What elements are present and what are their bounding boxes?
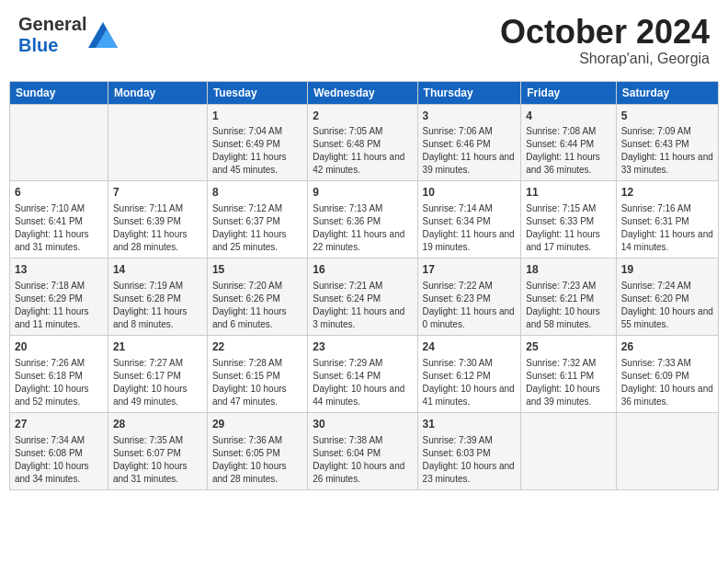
logo-wordmark: General Blue (18, 14, 86, 56)
day-number: 14 (113, 262, 202, 278)
calendar-cell: 7Sunrise: 7:11 AM Sunset: 6:39 PM Daylig… (108, 181, 207, 259)
calendar-cell: 14Sunrise: 7:19 AM Sunset: 6:28 PM Dayli… (108, 259, 207, 336)
day-number: 1 (212, 109, 302, 124)
day-number: 4 (526, 109, 610, 124)
logo-general-text: General (18, 14, 86, 34)
day-info: Sunrise: 7:05 AM Sunset: 6:48 PM Dayligh… (313, 125, 412, 177)
day-number: 13 (15, 262, 103, 278)
calendar-cell: 6Sunrise: 7:10 AM Sunset: 6:41 PM Daylig… (10, 181, 108, 259)
day-number: 29 (212, 417, 302, 432)
title-block: October 2024 Shorap'ani, Georgia (500, 14, 710, 67)
calendar-cell: 12Sunrise: 7:16 AM Sunset: 6:31 PM Dayli… (616, 181, 718, 259)
day-number: 23 (313, 339, 412, 355)
calendar-cell: 25Sunrise: 7:32 AM Sunset: 6:11 PM Dayli… (521, 335, 616, 412)
calendar-cell: 23Sunrise: 7:29 AM Sunset: 6:14 PM Dayli… (308, 335, 417, 412)
day-number: 8 (212, 185, 302, 201)
day-info: Sunrise: 7:30 AM Sunset: 6:12 PM Dayligh… (423, 357, 517, 408)
day-info: Sunrise: 7:28 AM Sunset: 6:15 PM Dayligh… (212, 357, 302, 408)
day-number: 15 (212, 262, 302, 278)
calendar-cell: 4Sunrise: 7:08 AM Sunset: 6:44 PM Daylig… (521, 104, 616, 181)
day-number: 31 (423, 417, 517, 432)
day-info: Sunrise: 7:22 AM Sunset: 6:23 PM Dayligh… (423, 280, 517, 331)
day-number: 17 (423, 262, 517, 278)
day-info: Sunrise: 7:33 AM Sunset: 6:09 PM Dayligh… (621, 357, 713, 408)
calendar-cell: 5Sunrise: 7:09 AM Sunset: 6:43 PM Daylig… (616, 104, 718, 181)
calendar-week-row: 27Sunrise: 7:34 AM Sunset: 6:08 PM Dayli… (10, 412, 719, 489)
day-info: Sunrise: 7:16 AM Sunset: 6:31 PM Dayligh… (621, 202, 713, 254)
day-number: 22 (212, 339, 302, 355)
weekday-header-friday: Friday (521, 81, 616, 104)
day-info: Sunrise: 7:27 AM Sunset: 6:17 PM Dayligh… (113, 357, 202, 408)
calendar-header: SundayMondayTuesdayWednesdayThursdayFrid… (10, 81, 719, 104)
calendar-cell: 17Sunrise: 7:22 AM Sunset: 6:23 PM Dayli… (417, 259, 521, 336)
calendar-week-row: 1Sunrise: 7:04 AM Sunset: 6:49 PM Daylig… (10, 104, 719, 181)
calendar-cell: 31Sunrise: 7:39 AM Sunset: 6:03 PM Dayli… (417, 412, 521, 489)
calendar-cell: 24Sunrise: 7:30 AM Sunset: 6:12 PM Dayli… (417, 335, 521, 412)
day-info: Sunrise: 7:18 AM Sunset: 6:29 PM Dayligh… (15, 280, 103, 331)
calendar-cell: 22Sunrise: 7:28 AM Sunset: 6:15 PM Dayli… (207, 335, 307, 412)
calendar-cell: 9Sunrise: 7:13 AM Sunset: 6:36 PM Daylig… (308, 181, 417, 259)
day-number: 20 (15, 339, 103, 355)
day-number: 16 (313, 262, 412, 278)
day-number: 3 (423, 109, 517, 124)
calendar-cell: 16Sunrise: 7:21 AM Sunset: 6:24 PM Dayli… (308, 259, 417, 336)
day-info: Sunrise: 7:15 AM Sunset: 6:33 PM Dayligh… (526, 202, 610, 254)
day-info: Sunrise: 7:23 AM Sunset: 6:21 PM Dayligh… (526, 280, 610, 331)
day-info: Sunrise: 7:32 AM Sunset: 6:11 PM Dayligh… (526, 357, 610, 408)
day-number: 28 (113, 417, 202, 432)
calendar-body: 1Sunrise: 7:04 AM Sunset: 6:49 PM Daylig… (10, 104, 719, 489)
calendar-cell (10, 104, 108, 181)
day-number: 2 (313, 109, 412, 124)
day-info: Sunrise: 7:12 AM Sunset: 6:37 PM Dayligh… (212, 202, 302, 254)
day-number: 30 (313, 417, 412, 432)
day-number: 5 (621, 109, 713, 124)
day-number: 21 (113, 339, 202, 355)
calendar-week-row: 13Sunrise: 7:18 AM Sunset: 6:29 PM Dayli… (10, 259, 719, 336)
location-title: Shorap'ani, Georgia (500, 51, 710, 67)
calendar-cell: 27Sunrise: 7:34 AM Sunset: 6:08 PM Dayli… (10, 412, 108, 489)
calendar-cell (616, 412, 718, 489)
day-number: 6 (15, 185, 103, 201)
calendar-cell (108, 104, 207, 181)
calendar-cell: 28Sunrise: 7:35 AM Sunset: 6:07 PM Dayli… (108, 412, 207, 489)
calendar-cell: 15Sunrise: 7:20 AM Sunset: 6:26 PM Dayli… (207, 259, 307, 336)
day-info: Sunrise: 7:13 AM Sunset: 6:36 PM Dayligh… (313, 202, 412, 254)
calendar-cell: 1Sunrise: 7:04 AM Sunset: 6:49 PM Daylig… (207, 104, 307, 181)
calendar-cell: 21Sunrise: 7:27 AM Sunset: 6:17 PM Dayli… (108, 335, 207, 412)
calendar-week-row: 6Sunrise: 7:10 AM Sunset: 6:41 PM Daylig… (10, 181, 719, 259)
day-number: 12 (621, 185, 713, 201)
day-number: 10 (423, 185, 517, 201)
day-number: 27 (15, 417, 103, 432)
day-info: Sunrise: 7:35 AM Sunset: 6:07 PM Dayligh… (113, 434, 202, 486)
page-header: General Blue October 2024 Shorap'ani, Ge… (9, 9, 719, 72)
logo: General Blue (18, 14, 118, 56)
month-title: October 2024 (500, 14, 710, 51)
day-info: Sunrise: 7:21 AM Sunset: 6:24 PM Dayligh… (313, 280, 412, 331)
day-number: 18 (526, 262, 610, 278)
day-info: Sunrise: 7:34 AM Sunset: 6:08 PM Dayligh… (15, 434, 103, 486)
calendar-cell: 2Sunrise: 7:05 AM Sunset: 6:48 PM Daylig… (308, 104, 417, 181)
weekday-header-saturday: Saturday (616, 81, 718, 104)
day-info: Sunrise: 7:38 AM Sunset: 6:04 PM Dayligh… (313, 434, 412, 486)
day-info: Sunrise: 7:19 AM Sunset: 6:28 PM Dayligh… (113, 280, 202, 331)
calendar-cell: 19Sunrise: 7:24 AM Sunset: 6:20 PM Dayli… (616, 259, 718, 336)
weekday-header-wednesday: Wednesday (308, 81, 417, 104)
day-info: Sunrise: 7:09 AM Sunset: 6:43 PM Dayligh… (621, 125, 713, 177)
logo-blue-text: Blue (18, 35, 58, 55)
day-number: 19 (621, 262, 713, 278)
day-info: Sunrise: 7:11 AM Sunset: 6:39 PM Dayligh… (113, 202, 202, 254)
day-info: Sunrise: 7:04 AM Sunset: 6:49 PM Dayligh… (212, 125, 302, 177)
day-info: Sunrise: 7:10 AM Sunset: 6:41 PM Dayligh… (15, 202, 103, 254)
calendar-table: SundayMondayTuesdayWednesdayThursdayFrid… (9, 81, 719, 490)
weekday-header-sunday: Sunday (10, 81, 108, 104)
calendar-cell (521, 412, 616, 489)
weekday-header-monday: Monday (108, 81, 207, 104)
calendar-cell: 18Sunrise: 7:23 AM Sunset: 6:21 PM Dayli… (521, 259, 616, 336)
day-info: Sunrise: 7:36 AM Sunset: 6:05 PM Dayligh… (212, 434, 302, 486)
day-number: 26 (621, 339, 713, 355)
day-info: Sunrise: 7:26 AM Sunset: 6:18 PM Dayligh… (15, 357, 103, 408)
calendar-cell: 3Sunrise: 7:06 AM Sunset: 6:46 PM Daylig… (417, 104, 521, 181)
calendar-cell: 13Sunrise: 7:18 AM Sunset: 6:29 PM Dayli… (10, 259, 108, 336)
calendar-cell: 20Sunrise: 7:26 AM Sunset: 6:18 PM Dayli… (10, 335, 108, 412)
day-info: Sunrise: 7:08 AM Sunset: 6:44 PM Dayligh… (526, 125, 610, 177)
